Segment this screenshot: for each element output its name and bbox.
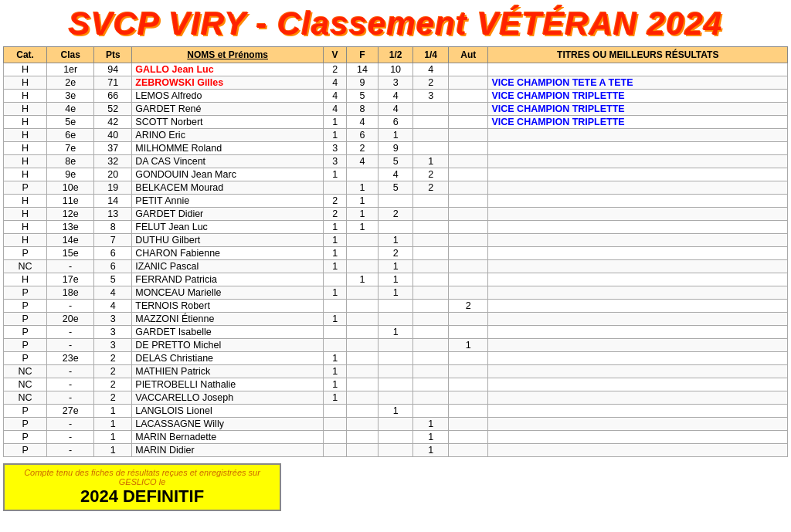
table-cell — [378, 391, 413, 405]
table-cell: MONCEAU Marielle — [132, 286, 324, 300]
table-row: P-3DE PRETTO Michel1 — [4, 339, 788, 352]
table-cell: P — [4, 352, 47, 365]
table-cell: 2 — [94, 352, 132, 365]
table-cell: 7 — [94, 234, 132, 247]
table-row: H1er94GALLO Jean Luc214104 — [4, 63, 788, 76]
table-cell: 1 — [324, 391, 347, 405]
table-cell — [378, 378, 413, 391]
table-cell: 2 — [94, 391, 132, 405]
table-cell: 2 — [378, 208, 413, 221]
table-cell — [413, 352, 449, 365]
table-cell: 1 — [94, 405, 132, 418]
table-cell: GALLO Jean Luc — [132, 63, 324, 76]
table-cell — [378, 339, 413, 352]
table-cell: 20e — [47, 313, 94, 326]
table-cell: 4 — [324, 76, 347, 90]
table-cell — [347, 339, 379, 352]
table-cell — [324, 418, 347, 431]
table-cell: 1 — [324, 168, 347, 181]
table-row: NC-6IZANIC Pascal11 — [4, 260, 788, 273]
table-cell: H — [4, 63, 47, 76]
table-cell — [347, 418, 379, 431]
table-cell — [347, 326, 379, 339]
footer-main: 2024 DEFINITIF — [11, 486, 273, 507]
table-cell: H — [4, 273, 47, 286]
table-cell: 1 — [94, 431, 132, 444]
table-cell — [413, 273, 449, 286]
table-cell — [347, 431, 379, 444]
table-cell: P — [4, 313, 47, 326]
table-row: H9e20GONDOUIN Jean Marc142 — [4, 168, 788, 181]
table-cell: 12e — [47, 208, 94, 221]
table-cell — [347, 352, 379, 365]
table-cell: 1 — [324, 352, 347, 365]
table-cell — [413, 221, 449, 234]
table-cell: H — [4, 195, 47, 208]
col-name: NOMS et Prénoms — [132, 47, 324, 63]
table-cell: NC — [4, 378, 47, 391]
table-cell: 11e — [47, 195, 94, 208]
table-cell — [449, 273, 488, 286]
table-cell: 4 — [94, 286, 132, 300]
table-row: P10e19BELKACEM Mourad152 — [4, 181, 788, 195]
table-cell: 1 — [449, 339, 488, 352]
table-cell — [413, 326, 449, 339]
table-cell: 1 — [347, 195, 379, 208]
table-cell: 3 — [378, 76, 413, 90]
table-cell — [488, 339, 788, 352]
table-cell: H — [4, 103, 47, 116]
table-cell: 2 — [324, 208, 347, 221]
table-cell — [347, 313, 379, 326]
col-cat: Cat. — [4, 47, 47, 63]
table-row: P-1MARIN Didier1 — [4, 444, 788, 457]
table-cell — [347, 286, 379, 300]
table-row: NC-2MATHIEN Patrick1 — [4, 365, 788, 378]
table-cell — [449, 155, 488, 168]
table-cell — [488, 365, 788, 378]
table-cell: 1 — [94, 418, 132, 431]
table-cell — [413, 234, 449, 247]
table-row: P20e3MAZZONI Étienne1 — [4, 313, 788, 326]
table-row: H8e32DA CAS Vincent3451 — [4, 155, 788, 168]
table-cell — [378, 300, 413, 313]
table-cell: 4 — [324, 103, 347, 116]
table-cell — [413, 142, 449, 155]
footer-note: Compte tenu des fiches de résultats reçu… — [11, 468, 273, 486]
table-cell — [449, 247, 488, 260]
table-cell — [378, 418, 413, 431]
table-row: NC-2PIETROBELLI Nathalie1 — [4, 378, 788, 391]
table-row: H3e66LEMOS Alfredo4543VICE CHAMPION TRIP… — [4, 90, 788, 103]
table-cell — [449, 365, 488, 378]
col-half: 1/2 — [378, 47, 413, 63]
table-cell — [413, 260, 449, 273]
table-cell: 15e — [47, 247, 94, 260]
table-cell: - — [47, 418, 94, 431]
table-cell — [449, 405, 488, 418]
col-pts: Pts — [94, 47, 132, 63]
col-f: F — [347, 47, 379, 63]
table-cell: 1 — [378, 129, 413, 142]
table-cell: IZANIC Pascal — [132, 260, 324, 273]
table-cell: P — [4, 286, 47, 300]
table-cell — [347, 405, 379, 418]
col-title: TITRES OU MEILLEURS RÉSULTATS — [488, 47, 788, 63]
table-cell: H — [4, 155, 47, 168]
table-cell — [449, 352, 488, 365]
table-cell: MAZZONI Étienne — [132, 313, 324, 326]
table-cell: - — [47, 365, 94, 378]
table-cell — [488, 352, 788, 365]
table-cell — [347, 391, 379, 405]
table-cell — [449, 195, 488, 208]
table-cell: - — [47, 300, 94, 313]
table-cell — [488, 273, 788, 286]
table-cell: 18e — [47, 286, 94, 300]
table-cell: 10e — [47, 181, 94, 195]
table-cell — [488, 155, 788, 168]
table-row: P-4TERNOIS Robert2 — [4, 300, 788, 313]
table-cell: 20 — [94, 168, 132, 181]
table-cell — [347, 365, 379, 378]
table-row: P18e4MONCEAU Marielle11 — [4, 286, 788, 300]
table-cell — [488, 195, 788, 208]
rankings-table: Cat. Clas Pts NOMS et Prénoms V F 1/2 1/… — [3, 46, 788, 457]
table-cell: 1 — [378, 260, 413, 273]
